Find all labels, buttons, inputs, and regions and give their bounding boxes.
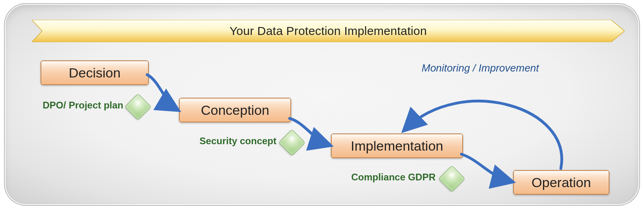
title-text: Your Data Protection Implementation: [32, 20, 625, 42]
title-banner: Your Data Protection Implementation: [32, 20, 625, 42]
milestone-diamond-icon: [438, 165, 465, 192]
milestone-label-dpo: DPO/ Project plan: [28, 100, 123, 111]
milestone-diamond-icon: [125, 93, 152, 120]
stage-decision: Decision: [41, 60, 149, 85]
milestone-label-gdpr: Compliance GDPR: [330, 172, 436, 183]
milestone-diamond-icon: [278, 129, 305, 156]
feedback-label: Monitoring / Improvement: [422, 62, 539, 74]
stage-implementation: Implementation: [331, 134, 463, 158]
milestone-label-security: Security concept: [175, 135, 276, 147]
stage-conception: Conception: [179, 98, 291, 122]
stage-operation: Operation: [513, 170, 609, 195]
diagram-panel: Your Data Protection Implementation Deci…: [4, 3, 640, 206]
